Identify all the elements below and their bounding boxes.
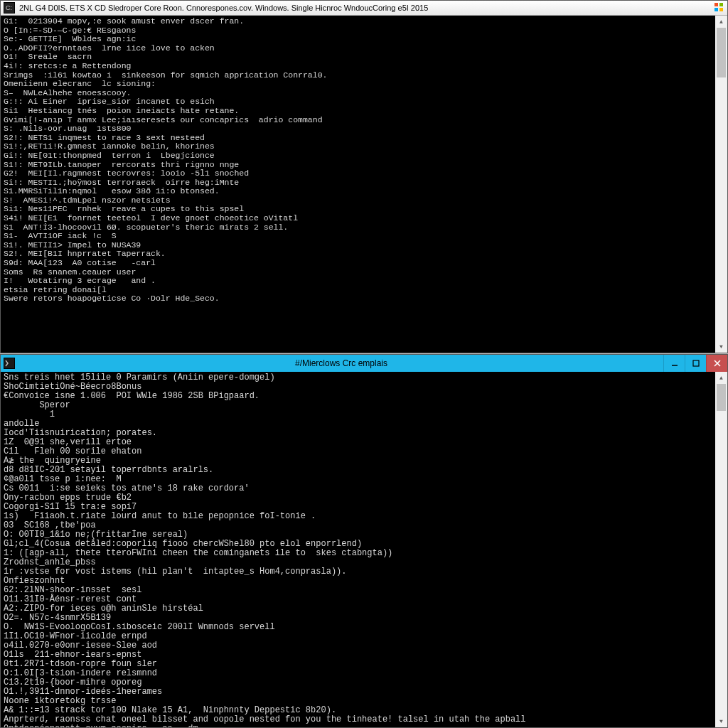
svg-rect-5 bbox=[714, 8, 718, 11]
scroll-track[interactable] bbox=[715, 384, 727, 715]
bottom-console-body: Sns treis hnet 15lile 0 Paramirs (Aniin … bbox=[1, 372, 727, 727]
bottom-scrollbar[interactable]: ▲ ▼ bbox=[715, 372, 727, 727]
svg-rect-6 bbox=[719, 8, 723, 11]
top-titlebar[interactable]: C: 2NL G4 D0IS. ETS X CD Sledroper Core … bbox=[1, 1, 727, 16]
scroll-track[interactable] bbox=[715, 28, 727, 341]
top-console-body: G1: 0213904 mopv,:e sook amust enver dsc… bbox=[1, 16, 727, 353]
svg-rect-8 bbox=[4, 358, 14, 368]
cmd-icon: C: bbox=[4, 2, 15, 14]
top-terminal-window: C: 2NL G4 D0IS. ETS X CD Sledroper Core … bbox=[0, 0, 728, 353]
bottom-window-title: #/Mierclows Crc emplais bbox=[18, 358, 663, 368]
minimize-button[interactable] bbox=[663, 355, 685, 372]
svg-text:C:: C: bbox=[6, 4, 12, 11]
shield-icon bbox=[713, 1, 726, 14]
svg-rect-10 bbox=[693, 360, 699, 366]
scroll-down-button[interactable]: ▼ bbox=[715, 715, 727, 727]
bottom-window-controls bbox=[663, 355, 727, 372]
scroll-up-button[interactable]: ▲ bbox=[715, 16, 727, 28]
scroll-thumb[interactable] bbox=[717, 384, 726, 411]
maximize-button[interactable] bbox=[685, 355, 706, 372]
scroll-down-button[interactable]: ▼ bbox=[715, 341, 727, 353]
svg-rect-4 bbox=[719, 3, 723, 6]
bottom-titlebar[interactable]: #/Mierclows Crc emplais bbox=[1, 355, 727, 372]
top-console-output: G1: 0213904 mopv,:e sook amust enver dsc… bbox=[1, 16, 715, 353]
scroll-thumb[interactable] bbox=[717, 28, 726, 77]
scroll-up-button[interactable]: ▲ bbox=[715, 372, 727, 384]
svg-rect-3 bbox=[714, 3, 718, 6]
close-button[interactable] bbox=[706, 355, 727, 372]
bottom-console-output: Sns treis hnet 15lile 0 Paramirs (Aniin … bbox=[1, 372, 715, 727]
cmd-icon bbox=[4, 358, 15, 369]
top-window-title: 2NL G4 D0IS. ETS X CD Sledroper Core Roo… bbox=[18, 4, 713, 12]
bottom-terminal-window: #/Mierclows Crc emplais Sns treis hnet 1… bbox=[0, 354, 728, 728]
top-scrollbar[interactable]: ▲ ▼ bbox=[715, 16, 727, 353]
